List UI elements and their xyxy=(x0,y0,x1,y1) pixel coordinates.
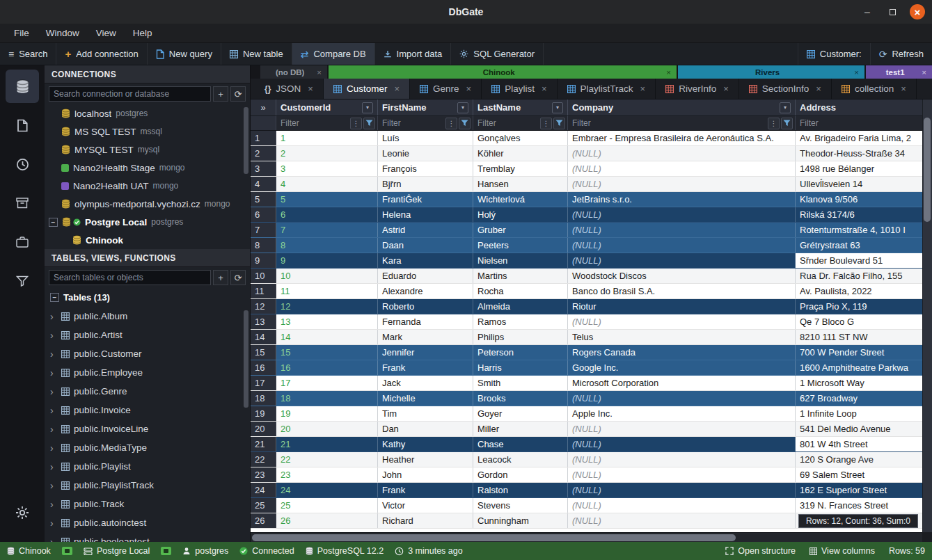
column-header-customerid[interactable]: CustomerId▾ xyxy=(276,99,378,115)
cell-lastname[interactable]: Gonçalves xyxy=(473,131,568,145)
connections-scrollbar-thumb[interactable] xyxy=(244,107,248,174)
cell-firstname[interactable]: Bjřrn xyxy=(378,177,473,191)
toolbar-customer[interactable]: Customer: xyxy=(798,43,870,65)
cell-firstname[interactable]: Mark xyxy=(378,330,473,344)
cell-lastname[interactable]: Smith xyxy=(473,376,568,390)
cell-company[interactable]: (NULL) xyxy=(568,146,796,161)
chevron-right-icon[interactable]: › xyxy=(50,499,57,510)
close-icon[interactable]: × xyxy=(640,83,646,94)
cell-lastname[interactable]: Almeida xyxy=(473,299,568,314)
tab-customer[interactable]: Customer× xyxy=(324,79,410,99)
chevron-right-icon[interactable]: › xyxy=(50,461,57,472)
cell-company[interactable]: (NULL) xyxy=(568,437,796,451)
cell-firstname[interactable]: Luís xyxy=(378,131,473,145)
menu-file[interactable]: File xyxy=(7,28,36,38)
cell-address[interactable]: 627 Broadway xyxy=(796,391,932,406)
close-button[interactable]: × xyxy=(910,4,925,19)
cell-company[interactable]: Riotur xyxy=(568,299,796,314)
close-icon[interactable]: × xyxy=(466,83,472,94)
tab-json[interactable]: {}JSON× xyxy=(255,79,324,99)
cell-firstname[interactable]: Fernanda xyxy=(378,314,473,329)
close-icon[interactable]: × xyxy=(723,83,729,94)
statusbar-3-minutes-ago[interactable]: 3 minutes ago xyxy=(395,546,463,556)
cell-company[interactable]: Apple Inc. xyxy=(568,406,796,421)
collapse-icon[interactable]: − xyxy=(50,293,59,302)
cell-address[interactable]: Praça Pio X, 119 xyxy=(796,299,932,314)
table-public-album[interactable]: ›public.Album xyxy=(45,307,250,326)
add-table-mini-button[interactable]: + xyxy=(213,270,228,285)
table-public-artist[interactable]: ›public.Artist xyxy=(45,326,250,344)
cell-lastname[interactable]: Wichterlová xyxy=(473,192,568,207)
cell-firstname[interactable]: Roberto xyxy=(378,299,473,314)
tab-genre[interactable]: Genre× xyxy=(410,79,482,99)
vertical-scrollbar[interactable] xyxy=(922,99,932,532)
filter-input-firstname[interactable] xyxy=(382,118,444,128)
filter-input-customerid[interactable] xyxy=(281,118,349,128)
close-icon[interactable]: × xyxy=(901,83,906,94)
cell-address[interactable]: 319 N. Frances Street xyxy=(796,498,932,513)
row-number[interactable]: 5 xyxy=(251,192,276,207)
row-number[interactable]: 7 xyxy=(251,223,276,237)
cell-company[interactable]: (NULL) xyxy=(568,452,796,467)
table-public-customer[interactable]: ›public.Customer xyxy=(45,344,250,363)
connections-search-input[interactable] xyxy=(49,86,211,102)
filter-menu-icon[interactable]: ⋮ xyxy=(768,118,780,129)
cell-address[interactable]: 8210 111 ST NW xyxy=(796,330,932,344)
cell-address[interactable]: 801 W 4th Street xyxy=(796,437,932,451)
cell-customerid[interactable]: 21 xyxy=(276,437,378,451)
row-number[interactable]: 18 xyxy=(251,391,276,406)
statusbar-view-columns[interactable]: View columns xyxy=(809,546,875,556)
close-icon[interactable]: × xyxy=(816,83,821,94)
cell-lastname[interactable]: Martins xyxy=(473,269,568,283)
cell-company[interactable]: JetBrains s.r.o. xyxy=(568,192,796,207)
tab-playlisttrack[interactable]: PlaylistTrack× xyxy=(558,79,656,99)
filter-menu-icon[interactable]: ⋮ xyxy=(350,118,362,129)
cell-address[interactable]: Rua Dr. Falcão Filho, 155 xyxy=(796,269,932,283)
cell-firstname[interactable]: Frank xyxy=(378,483,473,497)
cell-customerid[interactable]: 13 xyxy=(276,314,378,329)
cell-firstname[interactable]: Leonie xyxy=(378,146,473,161)
cell-company[interactable]: (NULL) xyxy=(568,483,796,497)
row-number[interactable]: 16 xyxy=(251,360,276,375)
cell-firstname[interactable]: Victor xyxy=(378,498,473,513)
cell-customerid[interactable]: 14 xyxy=(276,330,378,344)
column-header-company[interactable]: Company▾ xyxy=(568,99,796,115)
close-icon[interactable]: × xyxy=(394,83,400,94)
cell-lastname[interactable]: Ralston xyxy=(473,483,568,497)
close-icon[interactable]: × xyxy=(315,68,323,77)
cell-address[interactable]: 1 Infinite Loop xyxy=(796,406,932,421)
cell-address[interactable]: 1498 rue Bélanger xyxy=(796,161,932,176)
cell-customerid[interactable]: 8 xyxy=(276,238,378,253)
cell-firstname[interactable]: Richard xyxy=(378,513,473,528)
cell-firstname[interactable]: Kara xyxy=(378,253,473,268)
cell-company[interactable]: (NULL) xyxy=(568,467,796,482)
iconbar-apps[interactable] xyxy=(6,225,39,259)
chevron-right-icon[interactable]: › xyxy=(50,424,57,435)
table-public-invoiceline[interactable]: ›public.InvoiceLine xyxy=(45,419,250,438)
chevron-right-icon[interactable]: › xyxy=(50,536,57,543)
cell-customerid[interactable]: 16 xyxy=(276,360,378,375)
filter-funnel-icon[interactable] xyxy=(459,118,471,129)
toolbar-sql-generator[interactable]: SQL Generator xyxy=(451,43,544,65)
statusbar-postgre-local[interactable]: Postgre Local xyxy=(84,546,150,556)
row-number[interactable]: 17 xyxy=(251,376,276,390)
cell-lastname[interactable]: Goyer xyxy=(473,406,568,421)
toolbar-add-connection[interactable]: +Add connection xyxy=(56,43,147,65)
row-number[interactable]: 23 xyxy=(251,467,276,482)
cell-company[interactable]: (NULL) xyxy=(568,207,796,222)
table-public-employee[interactable]: ›public.Employee xyxy=(45,363,250,382)
cell-address[interactable]: 162 E Superior Street xyxy=(796,483,932,497)
column-menu-icon[interactable]: ▾ xyxy=(780,102,791,113)
tab-group-rivers[interactable]: Rivers× xyxy=(678,65,864,79)
cell-company[interactable]: Banco do Brasil S.A. xyxy=(568,284,796,298)
cell-address[interactable]: 69 Salem Street xyxy=(796,467,932,482)
iconbar-connections[interactable] xyxy=(6,70,39,103)
cell-customerid[interactable]: 5 xyxy=(276,192,378,207)
row-number[interactable]: 14 xyxy=(251,330,276,344)
cell-company[interactable]: Google Inc. xyxy=(568,360,796,375)
cell-lastname[interactable]: Miller xyxy=(473,422,568,436)
cell-company[interactable]: (NULL) xyxy=(568,391,796,406)
cell-customerid[interactable]: 9 xyxy=(276,253,378,268)
cell-customerid[interactable]: 15 xyxy=(276,345,378,360)
cell-lastname[interactable]: Peterson xyxy=(473,345,568,360)
